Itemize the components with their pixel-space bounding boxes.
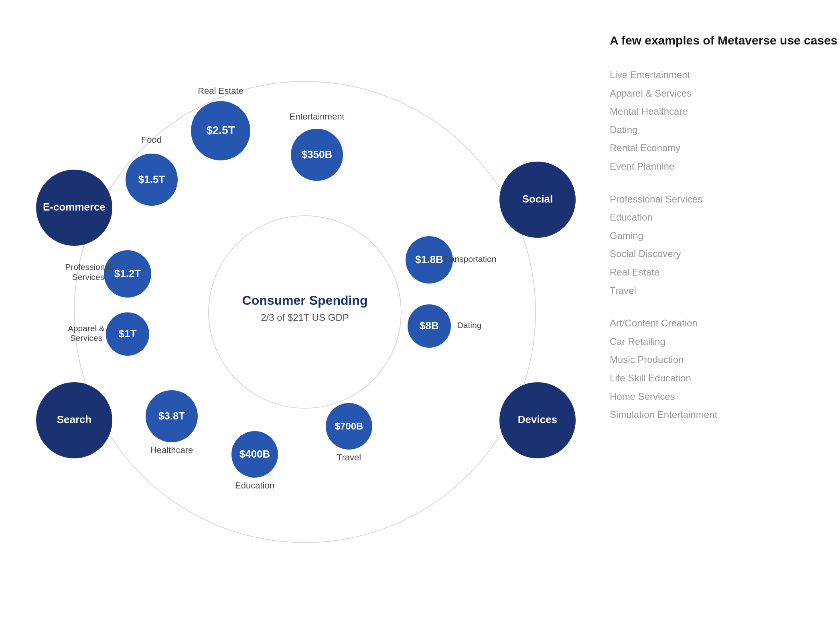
label-real-estate: Real Estate [198, 86, 243, 96]
bubble-real-estate-value: $2.5T [206, 124, 235, 136]
sidebar-item-travel: Travel [610, 284, 840, 298]
page-container: Consumer Spending 2/3 of $21T US GDP E-c… [0, 0, 840, 624]
label-travel: Travel [337, 452, 361, 462]
label-professional-2: Services [72, 272, 105, 282]
label-professional-1: Professional [65, 262, 112, 271]
bubble-professional-value: $1.2T [114, 267, 141, 280]
sidebar-item-rental-economy: Rental Economy [610, 141, 840, 155]
sidebar-item-simulation-entertainment: Simulation Entertainment [610, 408, 840, 421]
sidebar-item-education: Education [610, 211, 840, 224]
chart-svg: Consumer Spending 2/3 of $21T US GDP E-c… [24, 31, 586, 593]
label-healthcare: Healthcare [150, 445, 193, 455]
sidebar-item-apparel-services: Apparel & Services [610, 87, 840, 100]
sidebar-item-art-content: Art/Content Creation [610, 316, 840, 330]
center-subtitle: 2/3 of $21T US GDP [261, 312, 349, 323]
sidebar-group-1: Live Entertainment Apparel & Services Me… [610, 68, 840, 173]
center-title: Consumer Spending [242, 293, 368, 308]
label-food: Food [142, 135, 162, 145]
bubble-apparel-value: $1T [119, 328, 137, 340]
bubble-transportation-value: $1.8B [415, 253, 443, 265]
chart-area: Consumer Spending 2/3 of $21T US GDP E-c… [24, 31, 586, 593]
label-apparel-1: Apparel & [68, 324, 105, 333]
bubble-healthcare-value: $3.8T [158, 410, 185, 422]
sidebar-item-event-plannine: Event Plannine [610, 160, 840, 173]
bubble-devices-label: Devices [518, 413, 557, 425]
bubble-social-label: Social [522, 193, 553, 205]
sidebar-item-mental-healthcare: Mental Healthcare [610, 105, 840, 118]
bubble-search-label: Search [57, 413, 92, 425]
sidebar-group-3: Art/Content Creation Car Retailing Music… [610, 316, 840, 421]
bubble-entertainment-value: $350B [302, 148, 333, 160]
sidebar-item-music-production: Music Production [610, 353, 840, 367]
sidebar-item-real-estate: Real Estate [610, 265, 840, 279]
sidebar-item-social-discovery: Social Discovery [610, 247, 840, 261]
sidebar: A few examples of Metaverse use cases Li… [586, 0, 840, 441]
label-dating: Dating [457, 320, 482, 330]
bubble-travel-value: $700B [335, 421, 363, 432]
sidebar-item-home-services: Home Services [610, 390, 840, 403]
label-education: Education [235, 480, 274, 490]
bubble-food-value: $1.5T [138, 173, 165, 185]
sidebar-title: A few examples of Metaverse use cases [610, 32, 840, 49]
sidebar-group-2: Professional Services Education Gaming S… [610, 192, 840, 298]
bubble-ecommerce-label: E-commerce [43, 201, 106, 213]
label-apparel-2: Services [70, 333, 103, 342]
sidebar-item-life-skill-education: Life Skill Education [610, 371, 840, 385]
sidebar-item-dating: Dating [610, 123, 840, 137]
label-transportation: Transportation [442, 254, 497, 263]
sidebar-item-live-entertainment: Live Entertainment [610, 68, 840, 82]
sidebar-item-gaming: Gaming [610, 229, 840, 243]
sidebar-item-car-retailing: Car Retailing [610, 335, 840, 348]
bubble-education-value: $400B [239, 448, 270, 460]
bubble-dating-value: $8B [420, 320, 439, 332]
label-entertainment: Entertainment [290, 111, 345, 122]
sidebar-item-professional-services: Professional Services [610, 192, 840, 206]
